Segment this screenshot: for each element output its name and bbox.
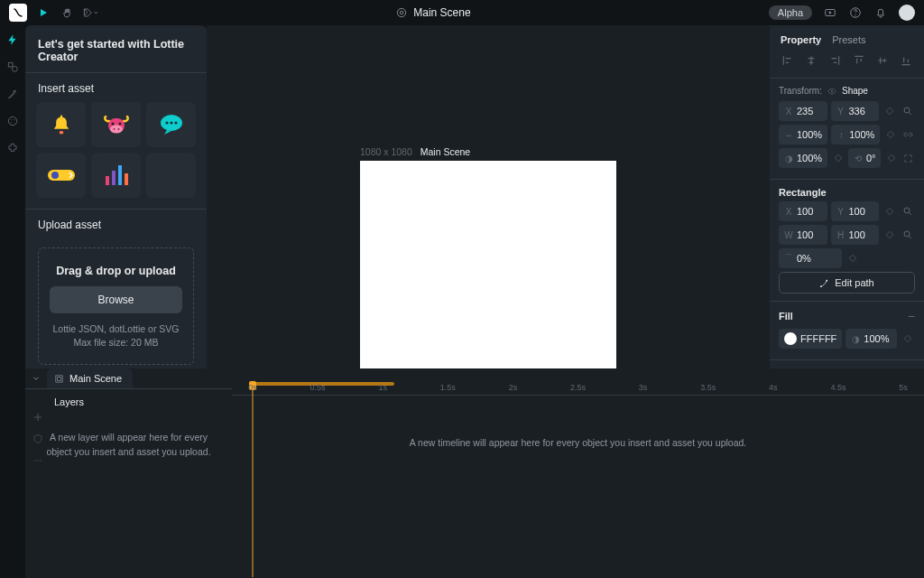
svg-point-28 [904, 107, 910, 113]
asset-chat[interactable] [146, 102, 196, 147]
transform-label: Transform: [779, 86, 822, 96]
asset-cow[interactable] [91, 102, 141, 147]
pos-x-input[interactable]: X235 [779, 101, 827, 121]
more-icon[interactable] [31, 453, 45, 468]
svg-rect-23 [106, 176, 109, 185]
tool-bolt[interactable] [4, 31, 22, 49]
svg-point-20 [174, 121, 177, 124]
add-layer-icon[interactable] [31, 410, 45, 424]
svg-point-29 [904, 208, 910, 213]
svg-point-6 [8, 117, 16, 125]
svg-point-36 [34, 460, 36, 461]
upload-drop-title: Drag & drop or upload [50, 265, 182, 277]
ruler-mark: 0s [248, 383, 257, 392]
svg-point-22 [51, 172, 59, 179]
align-right-icon[interactable] [826, 52, 844, 69]
keyframe-icon[interactable] [883, 127, 897, 142]
roundness-input[interactable]: ⌒0% [779, 248, 842, 268]
svg-point-31 [820, 285, 822, 287]
rect-y-input[interactable]: Y100 [831, 201, 880, 221]
fill-opacity-input[interactable]: ◑100% [845, 329, 897, 349]
scene-tab[interactable]: Main Scene [47, 368, 133, 388]
align-center-h-icon[interactable] [802, 52, 820, 69]
expand-icon[interactable] [901, 151, 915, 165]
svg-point-3 [855, 14, 855, 15]
collapse-layers-icon[interactable] [25, 374, 47, 383]
help-icon[interactable] [848, 5, 863, 20]
tool-palette[interactable] [4, 112, 22, 130]
align-left-icon[interactable] [779, 52, 797, 69]
keyframe-icon[interactable] [901, 331, 915, 346]
scale-w-input[interactable]: ↔100% [779, 125, 827, 144]
ruler-mark: 1s [378, 383, 387, 392]
asset-chart[interactable] [91, 153, 141, 198]
rect-w-input[interactable]: W100 [779, 225, 827, 245]
search-icon[interactable] [901, 204, 915, 219]
keyframe-icon[interactable] [845, 251, 860, 266]
fill-color-input[interactable]: FFFFFF [779, 329, 842, 349]
tab-presets[interactable]: Presets [832, 34, 865, 45]
svg-point-32 [827, 279, 828, 281]
pos-y-input[interactable]: Y336 [831, 101, 880, 121]
rect-h-input[interactable]: H100 [831, 225, 880, 245]
scale-h-input[interactable]: ↕100% [831, 125, 880, 144]
ruler-mark: 4.5s [830, 383, 845, 392]
ruler-mark: 1.5s [440, 383, 456, 392]
tag-dropdown-icon[interactable] [83, 5, 97, 20]
rectangle-title: Rectangle [779, 187, 915, 198]
asset-empty[interactable] [146, 153, 196, 198]
svg-rect-25 [118, 165, 122, 185]
document-title-text: Main Scene [413, 6, 470, 19]
tool-pen[interactable] [4, 85, 22, 103]
toolstrip [0, 25, 25, 578]
tool-plugin[interactable] [4, 139, 22, 157]
upload-dropzone[interactable]: Drag & drop or upload Browse Lottie JSON… [38, 247, 194, 365]
svg-rect-10 [59, 131, 63, 135]
app-logo[interactable] [9, 4, 27, 22]
keyframe-icon[interactable] [882, 104, 897, 118]
search-icon[interactable] [901, 104, 915, 118]
upload-hint-size: Max file size: 20 MB [50, 336, 182, 350]
align-top-icon[interactable] [850, 52, 868, 69]
svg-point-0 [398, 8, 406, 16]
keyframe-icon[interactable] [831, 151, 845, 165]
shield-icon[interactable] [31, 432, 45, 446]
play-icon[interactable] [36, 5, 51, 20]
search-icon[interactable] [901, 228, 915, 242]
timeline-empty-text: A new timeline will appear here for ever… [232, 396, 924, 489]
video-icon[interactable] [823, 5, 837, 20]
keyframe-icon[interactable] [882, 204, 897, 219]
ruler-mark: 2.5s [570, 383, 586, 392]
upload-hint-formats: Lottie JSON, dotLottie or SVG [50, 322, 182, 336]
upload-asset-title: Upload asset [25, 210, 207, 238]
align-bottom-icon[interactable] [897, 52, 915, 69]
rect-x-input[interactable]: X100 [779, 201, 827, 221]
fill-title: Fill [779, 311, 793, 322]
svg-point-14 [118, 122, 121, 125]
svg-point-16 [117, 128, 119, 130]
avatar[interactable] [899, 5, 915, 21]
hand-icon[interactable] [60, 5, 74, 20]
ruler-mark: 0.5s [310, 383, 326, 392]
timeline-ruler[interactable]: 0s0.5s1s1.5s2s2.5s3s3.5s4s4.5s5s [232, 381, 924, 396]
tab-property[interactable]: Property [781, 34, 821, 45]
document-title[interactable]: Main Scene [106, 6, 760, 19]
keyframe-icon[interactable] [884, 151, 898, 165]
browse-button[interactable]: Browse [50, 286, 182, 313]
keyframe-icon[interactable] [882, 228, 897, 242]
link-icon[interactable] [901, 127, 915, 142]
tool-shapes[interactable] [4, 58, 22, 76]
remove-fill-icon[interactable]: − [908, 309, 915, 323]
svg-point-12 [110, 126, 123, 134]
asset-toggle[interactable] [36, 153, 86, 198]
rotation-input[interactable]: ⟲0° [848, 148, 882, 168]
transform-target: Shape [842, 86, 868, 96]
align-center-v-icon[interactable] [873, 52, 892, 69]
ruler-mark: 3s [639, 383, 648, 392]
svg-point-38 [40, 460, 42, 461]
edit-path-button[interactable]: Edit path [779, 272, 915, 294]
svg-rect-35 [58, 377, 61, 380]
asset-bell[interactable] [36, 102, 86, 147]
opacity-input[interactable]: ◑100% [779, 148, 827, 168]
bell-icon[interactable] [873, 5, 888, 20]
